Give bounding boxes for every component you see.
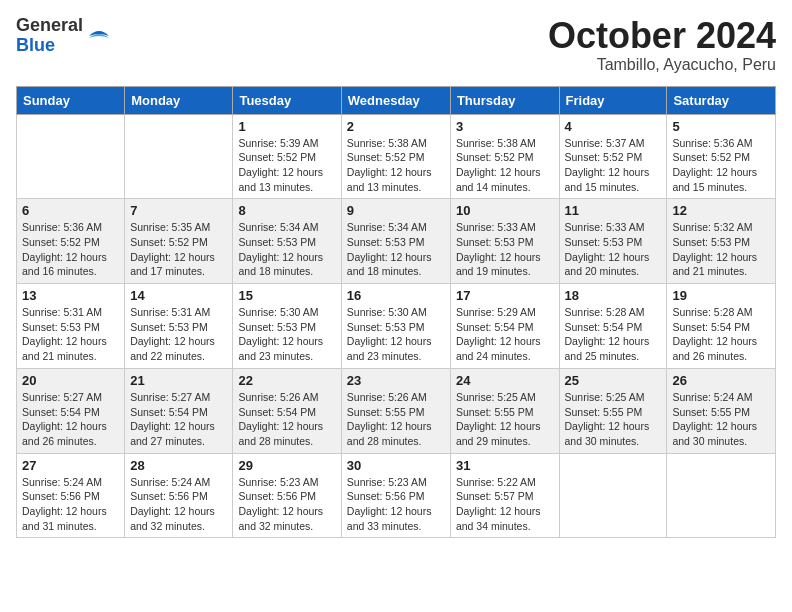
day-number: 13 bbox=[22, 288, 119, 303]
day-info: Sunrise: 5:26 AM Sunset: 5:54 PM Dayligh… bbox=[238, 390, 335, 449]
day-info: Sunrise: 5:36 AM Sunset: 5:52 PM Dayligh… bbox=[22, 220, 119, 279]
day-number: 21 bbox=[130, 373, 227, 388]
day-cell: 2Sunrise: 5:38 AM Sunset: 5:52 PM Daylig… bbox=[341, 114, 450, 199]
day-number: 3 bbox=[456, 119, 554, 134]
day-number: 16 bbox=[347, 288, 445, 303]
col-header-sunday: Sunday bbox=[17, 86, 125, 114]
day-info: Sunrise: 5:30 AM Sunset: 5:53 PM Dayligh… bbox=[347, 305, 445, 364]
day-cell: 23Sunrise: 5:26 AM Sunset: 5:55 PM Dayli… bbox=[341, 368, 450, 453]
day-number: 8 bbox=[238, 203, 335, 218]
month-title: October 2024 bbox=[548, 16, 776, 56]
day-info: Sunrise: 5:29 AM Sunset: 5:54 PM Dayligh… bbox=[456, 305, 554, 364]
day-info: Sunrise: 5:30 AM Sunset: 5:53 PM Dayligh… bbox=[238, 305, 335, 364]
day-info: Sunrise: 5:33 AM Sunset: 5:53 PM Dayligh… bbox=[456, 220, 554, 279]
calendar-table: SundayMondayTuesdayWednesdayThursdayFrid… bbox=[16, 86, 776, 539]
day-cell: 4Sunrise: 5:37 AM Sunset: 5:52 PM Daylig… bbox=[559, 114, 667, 199]
location: Tambillo, Ayacucho, Peru bbox=[548, 56, 776, 74]
day-cell: 5Sunrise: 5:36 AM Sunset: 5:52 PM Daylig… bbox=[667, 114, 776, 199]
day-cell: 15Sunrise: 5:30 AM Sunset: 5:53 PM Dayli… bbox=[233, 284, 341, 369]
day-number: 28 bbox=[130, 458, 227, 473]
day-cell: 24Sunrise: 5:25 AM Sunset: 5:55 PM Dayli… bbox=[450, 368, 559, 453]
day-number: 22 bbox=[238, 373, 335, 388]
day-info: Sunrise: 5:22 AM Sunset: 5:57 PM Dayligh… bbox=[456, 475, 554, 534]
day-number: 19 bbox=[672, 288, 770, 303]
day-cell bbox=[667, 453, 776, 538]
day-number: 5 bbox=[672, 119, 770, 134]
week-row-3: 13Sunrise: 5:31 AM Sunset: 5:53 PM Dayli… bbox=[17, 284, 776, 369]
day-cell bbox=[125, 114, 233, 199]
day-info: Sunrise: 5:36 AM Sunset: 5:52 PM Dayligh… bbox=[672, 136, 770, 195]
day-info: Sunrise: 5:23 AM Sunset: 5:56 PM Dayligh… bbox=[238, 475, 335, 534]
week-row-5: 27Sunrise: 5:24 AM Sunset: 5:56 PM Dayli… bbox=[17, 453, 776, 538]
day-info: Sunrise: 5:38 AM Sunset: 5:52 PM Dayligh… bbox=[456, 136, 554, 195]
col-header-saturday: Saturday bbox=[667, 86, 776, 114]
logo-general: General bbox=[16, 16, 83, 36]
day-info: Sunrise: 5:25 AM Sunset: 5:55 PM Dayligh… bbox=[565, 390, 662, 449]
day-cell bbox=[559, 453, 667, 538]
day-info: Sunrise: 5:23 AM Sunset: 5:56 PM Dayligh… bbox=[347, 475, 445, 534]
day-number: 24 bbox=[456, 373, 554, 388]
day-cell: 31Sunrise: 5:22 AM Sunset: 5:57 PM Dayli… bbox=[450, 453, 559, 538]
day-number: 18 bbox=[565, 288, 662, 303]
day-cell: 9Sunrise: 5:34 AM Sunset: 5:53 PM Daylig… bbox=[341, 199, 450, 284]
day-info: Sunrise: 5:32 AM Sunset: 5:53 PM Dayligh… bbox=[672, 220, 770, 279]
title-block: October 2024 Tambillo, Ayacucho, Peru bbox=[548, 16, 776, 74]
day-number: 6 bbox=[22, 203, 119, 218]
day-number: 1 bbox=[238, 119, 335, 134]
day-number: 29 bbox=[238, 458, 335, 473]
day-cell: 14Sunrise: 5:31 AM Sunset: 5:53 PM Dayli… bbox=[125, 284, 233, 369]
col-header-tuesday: Tuesday bbox=[233, 86, 341, 114]
logo-blue: Blue bbox=[16, 36, 83, 56]
day-number: 30 bbox=[347, 458, 445, 473]
day-number: 27 bbox=[22, 458, 119, 473]
day-number: 26 bbox=[672, 373, 770, 388]
day-number: 17 bbox=[456, 288, 554, 303]
day-cell: 29Sunrise: 5:23 AM Sunset: 5:56 PM Dayli… bbox=[233, 453, 341, 538]
day-number: 25 bbox=[565, 373, 662, 388]
day-info: Sunrise: 5:33 AM Sunset: 5:53 PM Dayligh… bbox=[565, 220, 662, 279]
day-cell: 7Sunrise: 5:35 AM Sunset: 5:52 PM Daylig… bbox=[125, 199, 233, 284]
day-number: 31 bbox=[456, 458, 554, 473]
day-number: 4 bbox=[565, 119, 662, 134]
day-info: Sunrise: 5:31 AM Sunset: 5:53 PM Dayligh… bbox=[22, 305, 119, 364]
day-cell: 25Sunrise: 5:25 AM Sunset: 5:55 PM Dayli… bbox=[559, 368, 667, 453]
day-info: Sunrise: 5:24 AM Sunset: 5:55 PM Dayligh… bbox=[672, 390, 770, 449]
day-info: Sunrise: 5:25 AM Sunset: 5:55 PM Dayligh… bbox=[456, 390, 554, 449]
day-info: Sunrise: 5:35 AM Sunset: 5:52 PM Dayligh… bbox=[130, 220, 227, 279]
logo-icon bbox=[87, 24, 111, 48]
col-header-wednesday: Wednesday bbox=[341, 86, 450, 114]
day-number: 12 bbox=[672, 203, 770, 218]
day-info: Sunrise: 5:24 AM Sunset: 5:56 PM Dayligh… bbox=[130, 475, 227, 534]
day-number: 7 bbox=[130, 203, 227, 218]
day-info: Sunrise: 5:28 AM Sunset: 5:54 PM Dayligh… bbox=[565, 305, 662, 364]
calendar-header-row: SundayMondayTuesdayWednesdayThursdayFrid… bbox=[17, 86, 776, 114]
day-cell: 20Sunrise: 5:27 AM Sunset: 5:54 PM Dayli… bbox=[17, 368, 125, 453]
day-cell: 26Sunrise: 5:24 AM Sunset: 5:55 PM Dayli… bbox=[667, 368, 776, 453]
col-header-monday: Monday bbox=[125, 86, 233, 114]
day-info: Sunrise: 5:39 AM Sunset: 5:52 PM Dayligh… bbox=[238, 136, 335, 195]
page-header: General Blue October 2024 Tambillo, Ayac… bbox=[16, 16, 776, 74]
day-cell: 6Sunrise: 5:36 AM Sunset: 5:52 PM Daylig… bbox=[17, 199, 125, 284]
day-info: Sunrise: 5:38 AM Sunset: 5:52 PM Dayligh… bbox=[347, 136, 445, 195]
day-number: 15 bbox=[238, 288, 335, 303]
day-cell: 13Sunrise: 5:31 AM Sunset: 5:53 PM Dayli… bbox=[17, 284, 125, 369]
day-cell: 8Sunrise: 5:34 AM Sunset: 5:53 PM Daylig… bbox=[233, 199, 341, 284]
day-info: Sunrise: 5:31 AM Sunset: 5:53 PM Dayligh… bbox=[130, 305, 227, 364]
day-info: Sunrise: 5:26 AM Sunset: 5:55 PM Dayligh… bbox=[347, 390, 445, 449]
day-cell: 11Sunrise: 5:33 AM Sunset: 5:53 PM Dayli… bbox=[559, 199, 667, 284]
day-number: 20 bbox=[22, 373, 119, 388]
day-cell: 1Sunrise: 5:39 AM Sunset: 5:52 PM Daylig… bbox=[233, 114, 341, 199]
day-cell: 21Sunrise: 5:27 AM Sunset: 5:54 PM Dayli… bbox=[125, 368, 233, 453]
day-info: Sunrise: 5:24 AM Sunset: 5:56 PM Dayligh… bbox=[22, 475, 119, 534]
day-cell: 28Sunrise: 5:24 AM Sunset: 5:56 PM Dayli… bbox=[125, 453, 233, 538]
day-cell bbox=[17, 114, 125, 199]
day-number: 14 bbox=[130, 288, 227, 303]
day-number: 10 bbox=[456, 203, 554, 218]
day-info: Sunrise: 5:28 AM Sunset: 5:54 PM Dayligh… bbox=[672, 305, 770, 364]
day-info: Sunrise: 5:34 AM Sunset: 5:53 PM Dayligh… bbox=[238, 220, 335, 279]
day-number: 2 bbox=[347, 119, 445, 134]
week-row-4: 20Sunrise: 5:27 AM Sunset: 5:54 PM Dayli… bbox=[17, 368, 776, 453]
day-info: Sunrise: 5:27 AM Sunset: 5:54 PM Dayligh… bbox=[22, 390, 119, 449]
day-info: Sunrise: 5:34 AM Sunset: 5:53 PM Dayligh… bbox=[347, 220, 445, 279]
day-cell: 17Sunrise: 5:29 AM Sunset: 5:54 PM Dayli… bbox=[450, 284, 559, 369]
